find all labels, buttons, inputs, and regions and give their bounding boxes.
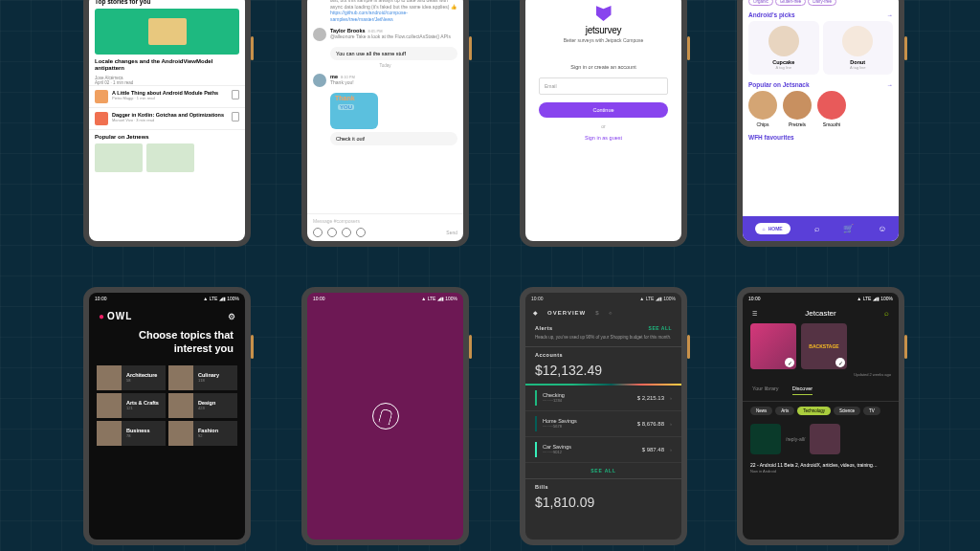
card[interactable] <box>146 143 194 172</box>
section-header: Top stories for you <box>89 0 245 9</box>
page-title: OVERVIEW <box>547 310 586 316</box>
overview-icon[interactable]: ◆ <box>533 309 538 316</box>
tab-library[interactable]: Your library <box>752 386 779 395</box>
compose-input[interactable]: Message #composers <box>313 218 457 224</box>
cart-icon[interactable]: 🛒 <box>843 224 854 233</box>
see-all-link[interactable]: SEE ALL <box>649 325 672 331</box>
category-chip[interactable]: Arts <box>775 407 794 415</box>
podcast-card[interactable]: BACKSTAGE <box>801 323 847 369</box>
avatar[interactable] <box>313 28 326 41</box>
category-item[interactable]: Chips <box>748 91 777 127</box>
filter-pill[interactable]: Organic <box>748 0 773 6</box>
section-title: Popular on Jetsnack <box>748 81 810 88</box>
snack-card[interactable]: DonutA tag line <box>823 21 894 75</box>
logo-icon <box>596 6 612 21</box>
category-chip[interactable]: Science <box>834 407 860 415</box>
section-title: WFH favourites <box>748 134 794 141</box>
article-item[interactable]: Dagger in Kotlin: Gotchas and Optimizati… <box>89 107 245 129</box>
section-header: Popular on Jetnews <box>89 129 245 143</box>
emoji-icon[interactable] <box>313 228 323 237</box>
article-title[interactable]: Locale changes and the AndroidViewModel … <box>89 55 245 76</box>
search-icon[interactable]: ⌕ <box>814 224 819 233</box>
account-row[interactable]: Checking··········1234$ 2,215.13› <box>525 386 681 411</box>
podcast-row[interactable]: /reply-all/ <box>743 420 899 458</box>
tab-icon[interactable]: $ <box>595 310 598 316</box>
message-bubble: You can use all the same stuff <box>330 47 457 60</box>
message-bubble: Check it out! <box>330 132 457 145</box>
tab-icon[interactable]: ⟐ <box>609 310 612 316</box>
episode-row[interactable]: 22 - Android 11 Beta 2, AndroidX, articl… <box>743 458 899 477</box>
phone-jetchat: last, but this sample is always up to da… <box>301 0 469 247</box>
continue-button[interactable]: Continue <box>539 102 668 118</box>
tagline: Better surveys with Jetpack Compose <box>525 37 681 43</box>
account-row[interactable]: Home Savings··········5678$ 8,676.88› <box>525 411 681 437</box>
tab-discover[interactable]: Discover <box>792 386 813 395</box>
snack-card[interactable]: CupcakeA tag line <box>748 21 819 75</box>
guest-link[interactable]: Sign in as guest <box>525 135 681 141</box>
section-title: Android's picks <box>748 11 795 18</box>
thumbnail <box>95 90 108 103</box>
filter-pill[interactable]: Dairy-free <box>808 0 836 6</box>
or-divider: or <box>525 123 681 129</box>
splash-logo <box>372 403 399 430</box>
total-balance: $12,132.49 <box>525 363 681 378</box>
send-button[interactable]: Send <box>446 230 457 235</box>
attach-icon[interactable] <box>342 228 351 237</box>
category-chip[interactable]: Technology <box>797 407 831 415</box>
category-chip[interactable]: TV <box>863 407 880 415</box>
podcast-card[interactable] <box>750 323 796 369</box>
accounts-label: Accounts <box>525 347 681 363</box>
chevron-icon: › <box>670 421 672 427</box>
email-field[interactable]: Email <box>539 77 668 95</box>
heading: Choose topics thatinterest you <box>89 329 245 356</box>
chevron-icon: › <box>670 395 672 401</box>
avatar[interactable] <box>313 74 326 87</box>
gear-icon[interactable]: ⚙ <box>228 312 235 321</box>
location-icon[interactable] <box>356 228 366 237</box>
topic-chip[interactable]: Architecture58 <box>97 365 166 390</box>
search-icon[interactable]: ⌕ <box>884 309 889 318</box>
category-item[interactable]: Pretzels <box>783 91 812 127</box>
account-row[interactable]: Car Savings··········9012$ 987.48› <box>525 437 681 463</box>
see-all-button[interactable]: SEE ALL <box>525 463 681 479</box>
phone-jetnews: Top stories for you Locale changes and t… <box>83 0 251 247</box>
topic-chip[interactable]: Arts & Crafts121 <box>97 393 166 418</box>
topic-chip[interactable]: Fashion92 <box>168 421 237 446</box>
snack-image <box>768 26 799 56</box>
category-item[interactable]: Smoothi <box>817 91 846 127</box>
phone-crane: 10:00▲ LTE ◢▮ 100% <box>301 287 469 545</box>
filter-pill[interactable]: Gluten-free <box>775 0 807 6</box>
nav-home[interactable]: ⌂ HOME <box>755 223 791 234</box>
menu-icon[interactable]: ☰ <box>752 310 757 317</box>
phone-jetsurvey: jetsurveyBetter surveys with Jetpack Com… <box>520 0 687 247</box>
app-name: jetsurvey <box>525 25 681 35</box>
topic-chip[interactable]: Culinary118 <box>168 365 237 390</box>
arrow-icon[interactable]: → <box>887 11 894 18</box>
bookmark-icon[interactable] <box>232 112 239 121</box>
alert-message: Heads up, you've used up 90% of your Sho… <box>525 335 681 347</box>
article-item[interactable]: A Little Thing about Android Module Path… <box>89 85 245 107</box>
composer[interactable]: Message #composers Send <box>307 213 463 241</box>
arrow-icon[interactable]: → <box>887 81 894 88</box>
bills-total: $1,810.09 <box>525 495 681 510</box>
profile-icon[interactable]: ☺ <box>878 224 886 233</box>
mention-icon[interactable] <box>327 228 337 237</box>
chevron-icon: › <box>670 447 672 452</box>
brand-logo: OWL <box>99 311 132 321</box>
phone-owl: 10:00▲ LTE ◢▮ 100% OWL⚙ Choose topics th… <box>83 287 251 545</box>
topic-chip[interactable]: Business78 <box>97 421 166 446</box>
topic-chip[interactable]: Design423 <box>168 393 237 418</box>
phone-jetsnack: OrganicGluten-freeDairy-free Android's p… <box>737 0 904 247</box>
link[interactable]: https://github.com/android/compose-sampl… <box>330 10 457 22</box>
thumbnail <box>95 112 108 125</box>
bills-label: Bills <box>525 479 681 495</box>
hero-image[interactable] <box>95 9 239 55</box>
category-chip[interactable]: News <box>750 407 772 415</box>
subtitle: Sign in or create an account <box>525 64 681 70</box>
bottom-nav: ⌂ HOME⌕🛒☺ <box>743 216 899 241</box>
card[interactable] <box>95 143 143 172</box>
alerts-label: Alerts <box>535 325 553 331</box>
message: me8:10 PMThank you! <box>307 71 463 90</box>
bookmark-icon[interactable] <box>232 90 239 99</box>
day-divider: Today <box>307 63 463 68</box>
